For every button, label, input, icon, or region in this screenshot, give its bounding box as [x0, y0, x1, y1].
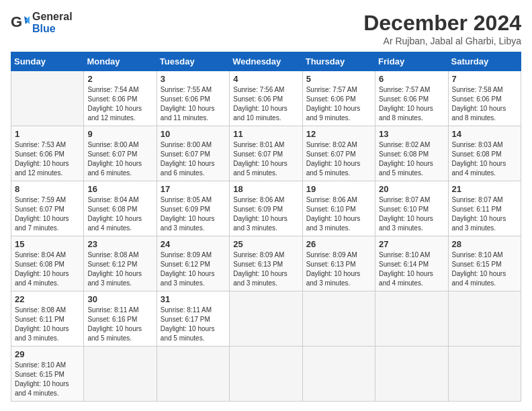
day-number: 19 — [306, 184, 371, 194]
calendar-cell: 21 Sunrise: 8:07 AM Sunset: 6:11 PM Dayl… — [448, 181, 521, 236]
col-thursday: Thursday — [302, 52, 375, 71]
col-sunday: Sunday — [11, 52, 84, 71]
day-number: 10 — [161, 129, 226, 139]
sunrise-text: Sunrise: 8:00 AM — [87, 141, 138, 148]
month-title: December 2024 — [363, 11, 521, 36]
sunset-text: Sunset: 6:07 PM — [161, 150, 210, 158]
daylight-text: Daylight: 10 hours and 8 minutes. — [379, 105, 433, 122]
calendar-cell: 30 Sunrise: 8:11 AM Sunset: 6:16 PM Dayl… — [84, 291, 157, 347]
sunset-text: Sunset: 6:16 PM — [87, 316, 137, 323]
sunset-text: Sunset: 6:09 PM — [161, 205, 210, 213]
day-number: 23 — [87, 239, 152, 249]
day-number: 11 — [233, 129, 298, 139]
calendar-cell: 7 Sunrise: 7:58 AM Sunset: 6:06 PM Dayli… — [448, 71, 521, 126]
sunset-text: Sunset: 6:08 PM — [379, 150, 429, 158]
sunrise-text: Sunrise: 8:02 AM — [306, 141, 357, 148]
calendar-cell: 11 Sunrise: 8:01 AM Sunset: 6:07 PM Dayl… — [230, 126, 302, 181]
sunrise-text: Sunrise: 8:04 AM — [15, 251, 66, 259]
sunrise-text: Sunrise: 8:07 AM — [452, 196, 503, 203]
day-number: 24 — [161, 239, 226, 249]
calendar-cell — [375, 347, 448, 402]
daylight-text: Daylight: 10 hours and 5 minutes. — [161, 325, 215, 342]
page-header: G General Blue December 2024 Ar Rujban, … — [11, 11, 521, 46]
sunset-text: Sunset: 6:08 PM — [87, 205, 137, 213]
day-number: 3 — [161, 74, 226, 84]
daylight-text: Daylight: 10 hours and 3 minutes. — [306, 270, 361, 287]
daylight-text: Daylight: 10 hours and 3 minutes. — [233, 270, 287, 287]
sunset-text: Sunset: 6:12 PM — [161, 261, 210, 268]
calendar-cell: 15 Sunrise: 8:04 AM Sunset: 6:08 PM Dayl… — [11, 236, 84, 291]
day-number: 12 — [306, 129, 371, 139]
day-number: 18 — [233, 184, 298, 194]
day-number: 29 — [15, 349, 80, 359]
day-number: 26 — [306, 239, 371, 249]
daylight-text: Daylight: 10 hours and 5 minutes. — [233, 160, 287, 177]
svg-text:G: G — [11, 13, 22, 30]
sunrise-text: Sunrise: 8:09 AM — [161, 251, 212, 259]
sunset-text: Sunset: 6:07 PM — [233, 150, 283, 158]
calendar-cell: 26 Sunrise: 8:09 AM Sunset: 6:13 PM Dayl… — [302, 236, 375, 291]
day-number: 20 — [379, 184, 444, 194]
day-number: 15 — [15, 239, 80, 249]
day-number: 13 — [379, 129, 444, 139]
col-saturday: Saturday — [448, 52, 521, 71]
sunrise-text: Sunrise: 8:09 AM — [233, 251, 284, 259]
week-row-3: 15 Sunrise: 8:04 AM Sunset: 6:08 PM Dayl… — [11, 236, 521, 291]
day-number: 5 — [306, 74, 371, 84]
week-row-1: 1 Sunrise: 7:53 AM Sunset: 6:06 PM Dayli… — [11, 126, 521, 181]
daylight-text: Daylight: 10 hours and 6 minutes. — [87, 160, 142, 177]
calendar-cell — [302, 347, 375, 402]
location-subtitle: Ar Rujban, Jabal al Gharbi, Libya — [363, 36, 521, 46]
sunrise-text: Sunrise: 8:11 AM — [87, 306, 138, 314]
calendar-cell — [157, 347, 229, 402]
sunset-text: Sunset: 6:10 PM — [379, 205, 429, 213]
daylight-text: Daylight: 10 hours and 4 minutes. — [379, 270, 433, 287]
sunrise-text: Sunrise: 7:58 AM — [452, 86, 503, 93]
calendar-cell: 22 Sunrise: 8:08 AM Sunset: 6:11 PM Dayl… — [11, 291, 84, 347]
daylight-text: Daylight: 10 hours and 3 minutes. — [87, 270, 142, 287]
sunset-text: Sunset: 6:06 PM — [87, 95, 137, 103]
sunset-text: Sunset: 6:07 PM — [15, 205, 64, 213]
sunset-text: Sunset: 6:12 PM — [87, 261, 137, 268]
week-row-4: 22 Sunrise: 8:08 AM Sunset: 6:11 PM Dayl… — [11, 291, 521, 347]
sunrise-text: Sunrise: 8:09 AM — [306, 251, 357, 259]
sunset-text: Sunset: 6:06 PM — [306, 95, 356, 103]
sunrise-text: Sunrise: 8:10 AM — [452, 251, 503, 259]
sunset-text: Sunset: 6:07 PM — [87, 150, 137, 158]
day-number: 27 — [379, 239, 444, 249]
daylight-text: Daylight: 10 hours and 3 minutes. — [161, 270, 215, 287]
daylight-text: Daylight: 10 hours and 3 minutes. — [15, 325, 69, 342]
daylight-text: Daylight: 10 hours and 7 minutes. — [15, 215, 69, 232]
daylight-text: Daylight: 10 hours and 3 minutes. — [306, 215, 361, 232]
day-number: 21 — [452, 184, 517, 194]
daylight-text: Daylight: 10 hours and 4 minutes. — [15, 380, 69, 397]
day-number: 7 — [452, 74, 517, 84]
sunset-text: Sunset: 6:13 PM — [233, 261, 283, 268]
sunrise-text: Sunrise: 8:06 AM — [306, 196, 357, 203]
col-friday: Friday — [375, 52, 448, 71]
daylight-text: Daylight: 10 hours and 11 minutes. — [161, 105, 215, 122]
col-wednesday: Wednesday — [230, 52, 302, 71]
week-row-2: 8 Sunrise: 7:59 AM Sunset: 6:07 PM Dayli… — [11, 181, 521, 236]
calendar-cell: 17 Sunrise: 8:05 AM Sunset: 6:09 PM Dayl… — [157, 181, 229, 236]
sunset-text: Sunset: 6:06 PM — [15, 150, 64, 158]
calendar-cell: 14 Sunrise: 8:03 AM Sunset: 6:08 PM Dayl… — [448, 126, 521, 181]
calendar-cell: 8 Sunrise: 7:59 AM Sunset: 6:07 PM Dayli… — [11, 181, 84, 236]
sunrise-text: Sunrise: 7:57 AM — [379, 86, 430, 93]
daylight-text: Daylight: 10 hours and 4 minutes. — [452, 160, 506, 177]
calendar-cell: 25 Sunrise: 8:09 AM Sunset: 6:13 PM Dayl… — [230, 236, 302, 291]
sunrise-text: Sunrise: 8:06 AM — [233, 196, 284, 203]
logo: G General Blue — [11, 11, 73, 35]
sunset-text: Sunset: 6:17 PM — [161, 316, 210, 323]
sunrise-text: Sunrise: 8:02 AM — [379, 141, 430, 148]
calendar-cell — [448, 291, 521, 347]
day-number: 22 — [15, 294, 80, 304]
sunset-text: Sunset: 6:11 PM — [452, 205, 502, 213]
header-row: Sunday Monday Tuesday Wednesday Thursday… — [11, 52, 521, 71]
logo-general: General — [32, 11, 73, 22]
day-number: 8 — [15, 184, 80, 194]
calendar-cell: 27 Sunrise: 8:10 AM Sunset: 6:14 PM Dayl… — [375, 236, 448, 291]
sunset-text: Sunset: 6:07 PM — [306, 150, 356, 158]
daylight-text: Daylight: 10 hours and 12 minutes. — [87, 105, 142, 122]
logo-icon: G — [11, 13, 30, 32]
